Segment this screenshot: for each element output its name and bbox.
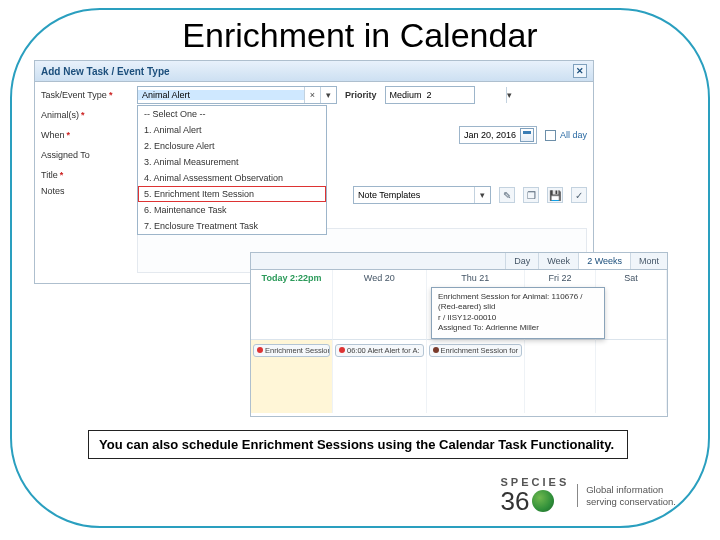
tab-2weeks[interactable]: 2 Weeks [578, 253, 630, 269]
dd-item-2[interactable]: 2. Enclosure Alert [138, 138, 326, 154]
event-label: 06:00 Alert Alert for A: [347, 346, 420, 355]
label-when: When* [41, 130, 133, 140]
event-label: Enrichment Session fo [265, 346, 330, 355]
priority-input[interactable] [386, 90, 506, 100]
task-type-combo[interactable]: × ▾ -- Select One -- 1. Animal Alert 2. … [137, 86, 337, 104]
cal-cell-wed[interactable]: 06:00 Alert Alert for A: [333, 340, 427, 414]
label-notes: Notes [41, 186, 133, 196]
calendar-icon[interactable] [520, 128, 534, 142]
task-type-input[interactable] [138, 90, 304, 100]
spellcheck-icon[interactable]: ✓ [571, 187, 587, 203]
dialog-title: Add New Task / Event Type [41, 66, 170, 77]
tab-day[interactable]: Day [505, 253, 538, 269]
dialog-titlebar: Add New Task / Event Type ✕ [35, 61, 593, 82]
copy-icon[interactable]: ❐ [523, 187, 539, 203]
cal-cell-fri[interactable] [525, 340, 596, 414]
task-type-dropdown: -- Select One -- 1. Animal Alert 2. Encl… [137, 105, 327, 235]
cal-cell-thu[interactable]: Enrichment Session for [427, 340, 526, 414]
row-task-type: Task/Event Type* × ▾ -- Select One -- 1.… [41, 86, 587, 104]
add-task-dialog: Add New Task / Event Type ✕ Task/Event T… [34, 60, 594, 284]
note-template-input[interactable] [354, 190, 474, 200]
tab-month[interactable]: Mont [630, 253, 667, 269]
tooltip-line3: Assigned To: Adrienne Miller [438, 323, 598, 333]
calendar-panel: Day Week 2 Weeks Mont Today 2:22pm Wed 2… [250, 252, 668, 417]
save-icon[interactable]: 💾 [547, 187, 563, 203]
chevron-down-icon[interactable]: ▾ [506, 87, 512, 103]
dd-item-none[interactable]: -- Select One -- [138, 106, 326, 122]
tooltip-line1: Enrichment Session for Animal: 110676 / … [438, 292, 598, 313]
event-dot-icon [339, 347, 345, 353]
dd-item-1[interactable]: 1. Animal Alert [138, 122, 326, 138]
note-template-combo[interactable]: ▾ [353, 186, 491, 204]
dd-item-6[interactable]: 6. Maintenance Task [138, 202, 326, 218]
event-label: Enrichment Session for [441, 346, 519, 355]
label-title: Title* [41, 170, 133, 180]
allday-label: All day [560, 130, 587, 140]
label-task-type: Task/Event Type* [41, 90, 133, 100]
chevron-down-icon[interactable]: ▾ [474, 187, 490, 203]
close-icon[interactable]: ✕ [573, 64, 587, 78]
event-chip[interactable]: Enrichment Session for [429, 344, 523, 357]
logo-tagline: Global information serving conservation. [577, 484, 676, 507]
dd-item-3[interactable]: 3. Animal Measurement [138, 154, 326, 170]
slide-title: Enrichment in Calendar [0, 16, 720, 55]
day-header-today: Today 2:22pm [251, 270, 333, 340]
globe-icon [532, 490, 554, 512]
label-priority: Priority [345, 90, 377, 100]
label-assigned: Assigned To [41, 150, 133, 160]
cal-cell-today[interactable]: Enrichment Session fo [251, 340, 333, 414]
dd-item-5[interactable]: 5. Enrichment Item Session [138, 186, 326, 202]
day-header-wed: Wed 20 [333, 270, 427, 340]
event-chip[interactable]: 06:00 Alert Alert for A: [335, 344, 424, 357]
dd-item-4[interactable]: 4. Animal Assessment Observation [138, 170, 326, 186]
event-dot-icon [257, 347, 263, 353]
logo-number: 3 6 [501, 488, 570, 514]
label-animals: Animal(s)* [41, 110, 133, 120]
species360-logo: SPECIES 3 6 Global information serving c… [501, 477, 676, 514]
tab-week[interactable]: Week [538, 253, 578, 269]
end-date-field[interactable]: Jan 20, 2016 [459, 126, 537, 144]
event-tooltip: Enrichment Session for Animal: 110676 / … [431, 287, 605, 339]
caption-box: You can also schedule Enrichment Session… [88, 430, 628, 459]
apply-template-icon[interactable]: ✎ [499, 187, 515, 203]
allday-toggle[interactable]: All day [545, 130, 587, 141]
event-dot-icon [433, 347, 439, 353]
chevron-down-icon[interactable]: ▾ [320, 87, 336, 103]
allday-checkbox[interactable] [545, 130, 556, 141]
end-date-value: Jan 20, 2016 [464, 130, 516, 140]
calendar-view-tabs: Day Week 2 Weeks Mont [251, 253, 667, 270]
priority-combo[interactable]: ▾ [385, 86, 475, 104]
event-chip[interactable]: Enrichment Session fo [253, 344, 330, 357]
clear-icon[interactable]: × [304, 87, 320, 103]
cal-cell-sat[interactable] [596, 340, 667, 414]
dd-item-7[interactable]: 7. Enclosure Treatment Task [138, 218, 326, 234]
tooltip-line2: r / IISY12-00010 [438, 313, 598, 323]
day-header-sat: Sat [596, 270, 667, 340]
